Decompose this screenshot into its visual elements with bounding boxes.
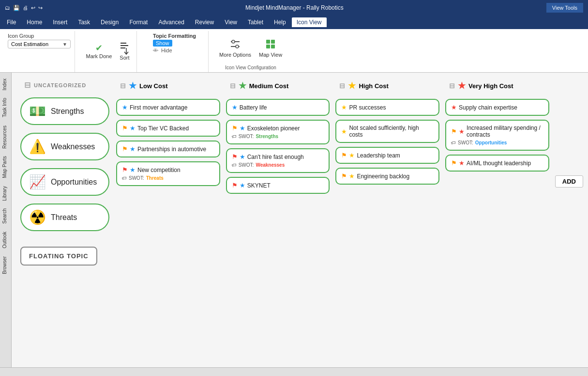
card-leadership-team[interactable]: ⚑ ★ Leadership team [335,147,439,164]
app-title: Mindjet MindManager - Rally Robotics [43,4,546,11]
floating-topic[interactable]: FLOATING TOPIC [20,247,97,266]
card-supply-chain[interactable]: ★ Supply chain expertise [445,99,549,116]
weaknesses-node[interactable]: ⚠️ Weaknesses [20,133,109,160]
columns-area: ⊟ UNCATEGORIZED 💵 Strengths ⚠️ Weaknesse… [16,78,583,266]
card-pr-header: ★ PR successes [341,104,434,111]
file-icon: 🗂 [5,5,10,11]
leadership-text: Leadership team [357,152,400,159]
card-aiml[interactable]: ⚑ ★ AI/ML thought leadership [445,155,549,172]
topics-column: ⊟ UNCATEGORIZED 💵 Strengths ⚠️ Weaknesse… [16,78,113,266]
first-mover-text: First mover advantage [130,104,187,111]
opportunities-icon: 📈 [29,174,46,190]
save-icon: 💾 [13,5,20,11]
more-options-label: More Options [219,52,251,58]
menu-insert[interactable]: Insert [48,17,72,27]
threats-node[interactable]: ☢️ Threats [20,204,109,231]
view-tools-tab[interactable]: View Tools [546,3,583,13]
menu-advanced[interactable]: Advanced [153,17,189,27]
card-not-scaled[interactable]: ★ Not scaled sufficiently, high costs [335,120,439,143]
sort-button[interactable]: Sort [117,39,132,63]
titlebar: 🗂 💾 🖨 ↩ ↪ Mindjet MindManager - Rally Ro… [0,0,588,16]
undo-icon: ↩ [31,5,35,11]
cant-hire-text: Can't hire fast enough [247,154,304,160]
card-new-competition[interactable]: ⚑ ★ New competition 🏷 SWOT: Threats [116,161,220,186]
very-high-cost-header: ⊟ ★ Very High Cost [445,78,549,94]
svg-rect-9 [271,40,275,44]
card-supply-chain-header: ★ Supply chain expertise [451,104,543,111]
low-cost-label: Low Cost [139,82,168,90]
menu-home[interactable]: Home [22,17,47,27]
sidebar-tab-library[interactable]: Library [0,182,11,205]
partnerships-flag-icon: ⚑ [122,145,128,153]
aiml-flag-icon: ⚑ [451,159,457,167]
sidebar-tab-map-parts[interactable]: Map Parts [0,152,11,182]
ribbon-topic-formatting-section: Topic Formatting Show 👁 Hide [141,31,209,72]
card-top-tier-vc[interactable]: ⚑ ★ Top Tier VC Backed [116,120,220,137]
sidebar-tab-outlook[interactable]: Outlook [0,228,11,252]
ribbon: Icon Group Cost Estimation ▼ ✔ Mark Done [0,29,588,73]
mark-done-button[interactable]: ✔ Mark Done [83,41,115,61]
card-cant-hire[interactable]: ⚑ ★ Can't hire fast enough 🏷 SWOT: Weakn… [226,148,330,173]
menu-design[interactable]: Design [96,17,123,27]
weaknesses-icon: ⚠️ [29,139,46,155]
opportunities-label: Opportunities [51,178,97,187]
battery-text: Battery life [240,104,267,111]
exoskeleton-flag-icon: ⚑ [232,125,238,132]
menu-file[interactable]: File [2,17,21,27]
sidebar-tab-search[interactable]: Search [0,204,11,228]
icon-group-content: Icon Group Cost Estimation ▼ [8,31,71,50]
card-aiml-header: ⚑ ★ AI/ML thought leadership [451,159,543,167]
card-skynet-header: ⚑ ★ SKYNET [232,182,324,189]
main-layout: Index Task Info Resources Map Parts Libr… [0,73,588,367]
cant-hire-star-icon: ★ [240,153,245,160]
sidebar-tab-task-info[interactable]: Task Info [0,94,11,121]
skynet-flag-icon: ⚑ [232,182,238,189]
add-column-button[interactable]: ADD [555,175,583,188]
card-battery-life[interactable]: ★ Battery life [226,99,330,116]
card-exoskeleton[interactable]: ⚑ ★ Exoskeleton pioneer 🏷 SWOT: Strength… [226,120,330,144]
sidebar-tab-browser[interactable]: Browser [0,252,11,278]
ribbon-more-options-section: More Options Map View Icon View Configur… [212,31,289,72]
menu-format[interactable]: Format [124,17,152,27]
hide-button[interactable]: Hide [161,47,172,53]
military-star-icon: ★ [459,128,465,135]
sidebar-tab-index[interactable]: Index [0,75,11,94]
medium-cost-column: ⊟ ★ Medium Cost ★ Battery life ⚑ ★ Exosk… [223,78,333,266]
card-partnerships-auto[interactable]: ⚑ ★ Partnerships in automotive [116,141,220,157]
map-view-button[interactable]: Map View [256,37,285,60]
skynet-star-icon: ★ [240,182,245,189]
svg-rect-11 [271,45,275,48]
show-button[interactable]: Show [153,40,172,47]
strengths-node[interactable]: 💵 Strengths [20,97,109,125]
high-cost-column: ⊟ ★ High Cost ★ PR successes ★ Not scale… [332,78,442,266]
card-skynet[interactable]: ⚑ ★ SKYNET [226,177,330,194]
ribbon-group-label-4: Icon View Configuration [225,65,276,72]
card-pr-successes[interactable]: ★ PR successes [335,99,439,116]
low-cost-column: ⊟ ★ Low Cost ★ First mover advantage ⚑ ★… [113,78,223,266]
aiml-star-icon: ★ [459,159,465,167]
topic-formatting-label: Topic Formatting [153,33,196,39]
not-scaled-star-icon: ★ [341,128,347,135]
weaknesses-label: Weaknesses [51,142,95,151]
hide-row: 👁 Hide [153,47,196,53]
menu-tablet[interactable]: Tablet [243,17,268,27]
military-flag-icon: ⚑ [451,128,457,135]
menu-review[interactable]: Review [190,17,219,27]
exoskeleton-tag-icon: 🏷 [232,134,237,139]
svg-point-7 [236,45,239,48]
cant-hire-swot: 🏷 SWOT: Weaknesses [232,162,285,168]
card-first-mover[interactable]: ★ First mover advantage [116,99,220,116]
icon-group-dropdown[interactable]: Cost Estimation ▼ [8,40,71,48]
menu-view[interactable]: View [220,17,242,27]
titlebar-left-icons: 🗂 💾 🖨 ↩ ↪ [5,5,43,11]
menu-task[interactable]: Task [73,17,95,27]
high-cost-header: ⊟ ★ High Cost [335,78,439,94]
more-options-button[interactable]: More Options [216,37,254,60]
card-military-spending[interactable]: ⚑ ★ Increased military spending / contra… [445,120,549,151]
menu-help[interactable]: Help [269,17,291,27]
opportunities-node[interactable]: 📈 Opportunities [20,168,109,196]
partnerships-text: Partnerships in automotive [137,146,206,153]
card-engineering-backlog[interactable]: ⚑ ★ Engineering backlog [335,168,439,185]
sidebar-tab-resources[interactable]: Resources [0,122,11,153]
menu-icon-view[interactable]: Icon View [292,17,327,27]
